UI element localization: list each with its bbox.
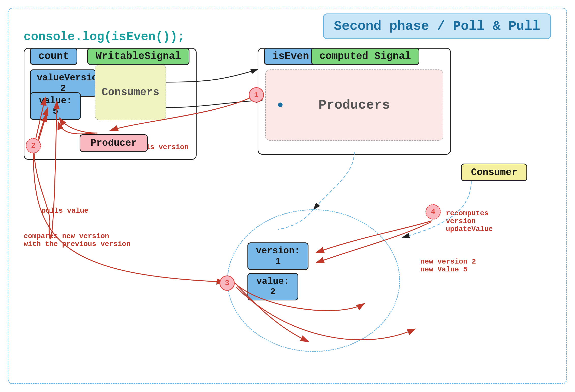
producers-label: Producers [319, 98, 390, 113]
writable-signal-label: WritableSignal [87, 48, 189, 65]
value2-box: value: 2 [247, 273, 298, 300]
title-text: Second phase / Poll & Pull [334, 19, 540, 34]
recomputes-annotation: recomputes version updateValue [446, 209, 493, 233]
consumers-label: Consumers [102, 86, 159, 98]
new-version-annotation: new version 2 new Value 5 [420, 258, 476, 273]
computed-signal-label: computed Signal [311, 48, 419, 65]
consumers-box: Consumers [95, 64, 166, 120]
compares-annotation: compares new version with the previous v… [24, 232, 130, 248]
badge-1: 1 [249, 87, 264, 103]
pulls-value-annotation: pulls value [41, 207, 89, 215]
badge-2: 2 [26, 138, 41, 153]
iseven-label: isEven [264, 48, 317, 65]
main-container: Second phase / Poll & Pull console.log(i… [8, 8, 567, 384]
version-box: version: 1 [247, 242, 308, 270]
console-label: console.log(isEven()); [24, 30, 185, 44]
badge-3: 3 [219, 275, 235, 291]
count-label: count [30, 48, 77, 65]
badge-4: 4 [425, 204, 441, 220]
consumer-yellow-box: Consumer [461, 164, 527, 181]
blue-dot [278, 103, 283, 107]
value-box: value: 5 [30, 92, 81, 120]
producers-box: Producers [265, 69, 443, 141]
producer-box: Producer [80, 134, 148, 152]
title-box: Second phase / Poll & Pull [323, 13, 551, 39]
